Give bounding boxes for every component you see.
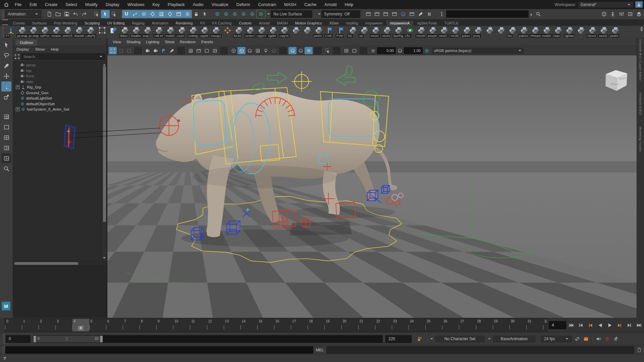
menu-item[interactable]: Playback <box>164 2 189 7</box>
divider[interactable] <box>333 47 341 54</box>
shelf-tab[interactable]: mrpaween <box>362 20 386 26</box>
shelf-button[interactable]: copyCV <box>256 26 267 38</box>
panel-menu-item[interactable]: Renderer <box>177 40 199 44</box>
divider[interactable] <box>177 47 185 54</box>
shelf-button[interactable]: rigidW <box>267 26 279 38</box>
shelf-button[interactable] <box>575 26 587 38</box>
play-backwards-button[interactable] <box>595 320 605 330</box>
layout-four-pane[interactable] <box>1 132 11 142</box>
outliner-item[interactable]: front <box>14 73 102 79</box>
shelf-button[interactable]: Add Inf <box>153 26 165 38</box>
shelf-tab[interactable]: Surfaces <box>29 20 50 26</box>
sidebar-toggle-channelbox-icon[interactable] <box>600 10 608 18</box>
swatch-icon[interactable] <box>125 47 133 54</box>
shelf-button[interactable]: mocap1 <box>210 26 222 38</box>
play-forwards-button[interactable] <box>605 320 615 330</box>
screen-space-ao-icon[interactable] <box>288 47 297 54</box>
divider[interactable] <box>134 47 142 54</box>
menu-item[interactable]: File <box>11 2 25 7</box>
menu-item[interactable]: Edit <box>25 2 41 7</box>
live-surface-field[interactable]: No Live Surface <box>271 10 312 18</box>
shelf-tab[interactable]: Animation <box>148 20 172 26</box>
gamma-field[interactable]: 1.00 <box>404 47 423 54</box>
symmetry-toggle[interactable] <box>1 112 11 122</box>
camera-bookmark-icon[interactable] <box>160 47 168 54</box>
step-forward-frame-button[interactable] <box>625 320 634 330</box>
shelf-button[interactable] <box>96 26 108 38</box>
snap-grid-icon[interactable] <box>122 10 131 18</box>
shelf-tab[interactable]: Curves <box>9 20 29 26</box>
loop-icon[interactable] <box>573 335 582 343</box>
animation-end-field[interactable]: 220 <box>385 335 412 343</box>
menu-set-dropdown[interactable]: Animation <box>5 10 41 18</box>
grid-toggle-icon[interactable] <box>186 47 195 54</box>
divider[interactable] <box>314 47 322 54</box>
menu-item[interactable]: Constrain <box>254 2 280 7</box>
select-hierarchy-icon[interactable] <box>92 10 101 18</box>
outliner-item[interactable]: Ground_Geo <box>14 90 102 96</box>
menu-item[interactable]: Select <box>61 2 81 7</box>
shelf-button[interactable] <box>302 26 313 38</box>
menu-item[interactable]: Audio <box>189 2 208 7</box>
outliner-vscrollbar[interactable] <box>102 62 107 261</box>
divider[interactable] <box>360 47 368 54</box>
shelf-button[interactable]: faceRig <box>393 26 404 38</box>
script-input-field[interactable] <box>5 346 313 354</box>
paint-effects-icon[interactable] <box>416 10 425 18</box>
redo-icon[interactable] <box>80 10 89 18</box>
divider[interactable] <box>220 47 228 54</box>
shelf-button[interactable]: snap <box>142 26 153 38</box>
outliner-tree[interactable]: persp top front side <box>13 61 107 261</box>
shelf-button[interactable]: PVW <box>336 26 347 38</box>
shelf-tab[interactable]: TURTLE <box>441 20 463 26</box>
shelf-button[interactable]: jointOr <box>609 26 621 38</box>
shelf-button[interactable]: voWeig <box>187 26 199 38</box>
outliner-item[interactable]: defaultLightSet <box>14 96 102 101</box>
textured-mode-icon[interactable] <box>246 47 254 54</box>
tab-channel-box[interactable]: Channel Box / Layer Editor <box>639 39 642 81</box>
construction-history-icon[interactable] <box>257 10 265 18</box>
shelf-button[interactable]: copyVe <box>279 26 290 38</box>
exposure-field[interactable]: 0.00 <box>377 47 396 54</box>
workspace-lock-button[interactable] <box>635 1 643 8</box>
make-live-icon[interactable] <box>166 10 174 18</box>
render-setup-icon[interactable] <box>408 10 416 18</box>
menu-item[interactable]: Deform <box>232 2 254 7</box>
outliner-item[interactable]: + Rig_Grp <box>14 84 102 90</box>
fps-dropdown[interactable]: 24 fps <box>541 336 572 343</box>
shelf-button[interactable]: breathe <box>130 26 142 38</box>
shelf-scroll-down-icon[interactable] <box>640 29 643 31</box>
outliner-item[interactable]: defaultObjectSet <box>14 101 102 107</box>
ipr-render-icon[interactable] <box>381 10 390 18</box>
xray-icon[interactable] <box>342 47 350 54</box>
shelf-button[interactable] <box>495 26 507 38</box>
menu-item[interactable]: Modify <box>81 2 102 7</box>
output-connections-icon[interactable] <box>239 10 248 18</box>
go-to-start-button[interactable] <box>566 320 576 330</box>
step-back-frame-button[interactable] <box>576 320 586 330</box>
shelf-menu-icon[interactable] <box>2 19 8 25</box>
shelf-button[interactable]: centerJ <box>245 26 256 38</box>
shelf-button[interactable]: proxyN <box>427 26 438 38</box>
lasso-select-tool[interactable] <box>1 50 11 60</box>
shelf-button[interactable]: lion <box>507 26 518 38</box>
shelf-button[interactable]: ribbon <box>119 26 130 38</box>
workspace-dropdown[interactable]: General* <box>578 1 634 8</box>
shelf-button[interactable]: mirJnt <box>381 26 393 38</box>
shelf-tab[interactable]: Arnold <box>255 20 273 26</box>
viewport-select-icon[interactable] <box>109 47 117 54</box>
record-icon[interactable] <box>603 335 611 343</box>
menu-item[interactable]: Visualize <box>208 2 232 7</box>
animation-start-field[interactable]: 0 <box>6 335 31 343</box>
shelf-button[interactable]: proxy <box>473 26 484 38</box>
shelf-button[interactable]: mirorC <box>438 26 450 38</box>
symmetry-field[interactable]: Symmetry: Off <box>321 10 360 18</box>
undo-icon[interactable] <box>71 10 80 18</box>
sidebar-toggle-attribute-editor-icon[interactable] <box>626 10 635 18</box>
shelf-button[interactable] <box>484 26 495 38</box>
shelf-button[interactable]: count <box>176 26 187 38</box>
sidebar-toggle-layers-icon[interactable] <box>635 10 643 18</box>
pause-viewport-icon[interactable] <box>425 10 434 18</box>
resolution-gate-icon[interactable] <box>203 47 211 54</box>
shelf-button[interactable]: poleGe <box>518 26 530 38</box>
